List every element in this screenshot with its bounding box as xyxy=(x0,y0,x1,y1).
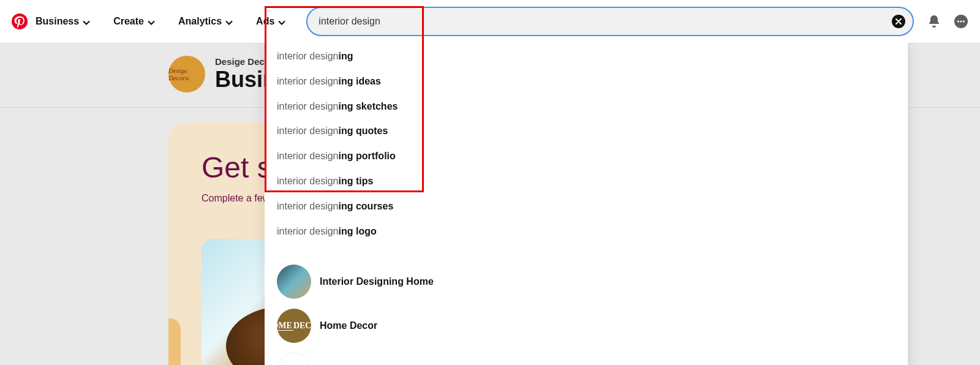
top-bar: Business Create Analytics Ads xyxy=(0,0,980,43)
primary-nav: Business Create Analytics Ads xyxy=(36,16,285,27)
chevron-down-icon xyxy=(225,18,233,25)
suggestion-prefix: interior design xyxy=(277,201,339,211)
search-suggestion[interactable]: interior designing courses xyxy=(265,194,908,219)
suggestion-prefix: interior design xyxy=(277,126,339,136)
pinterest-logo[interactable] xyxy=(11,13,28,30)
chevron-down-icon xyxy=(278,18,285,25)
suggestion-suffix: ing sketches xyxy=(339,101,398,111)
chevron-down-icon xyxy=(83,18,90,25)
suggestion-suffix: ing ideas xyxy=(339,76,381,86)
header-actions xyxy=(926,13,969,29)
nav-label: Ads xyxy=(256,16,274,27)
suggestion-suffix: ing xyxy=(339,51,353,61)
nav-analytics[interactable]: Analytics xyxy=(178,16,233,27)
bell-icon xyxy=(927,14,941,29)
suggestion-suffix: ing courses xyxy=(339,201,394,211)
search-suggestion[interactable]: interior designing xyxy=(265,44,908,69)
nav-label: Create xyxy=(113,16,144,27)
nav-business[interactable]: Business xyxy=(36,16,90,27)
search-input[interactable] xyxy=(318,16,882,27)
account-name: Home Decor xyxy=(320,320,377,331)
chevron-down-icon xyxy=(148,18,155,25)
account-avatar: INSIDER xyxy=(277,353,311,365)
search-suggestions-dropdown: interior designinginterior designing ide… xyxy=(265,37,908,365)
suggestion-prefix: interior design xyxy=(277,226,339,236)
suggestion-prefix: interior design xyxy=(277,151,339,161)
search-suggestion[interactable]: interior designing sketches xyxy=(265,94,908,119)
account-suggestion[interactable]: Interior Designing Home xyxy=(265,260,908,304)
clear-search-button[interactable] xyxy=(892,15,905,28)
search-suggestion[interactable]: interior designing tips xyxy=(265,169,908,194)
profile-avatar[interactable]: Desige Decora xyxy=(168,56,205,92)
account-avatar xyxy=(277,265,311,299)
search-box[interactable] xyxy=(306,7,914,36)
search-suggestion[interactable]: interior designing portfolio xyxy=(265,144,908,169)
nav-label: Analytics xyxy=(178,16,222,27)
nav-create[interactable]: Create xyxy=(113,16,155,27)
search-suggestion[interactable]: interior designing logo xyxy=(265,219,908,244)
account-name: Interior Designing Home xyxy=(320,276,434,287)
suggestion-prefix: interior design xyxy=(277,101,339,111)
suggestion-prefix: interior design xyxy=(277,176,339,186)
close-icon xyxy=(895,18,902,24)
svg-point-4 xyxy=(963,20,965,22)
messages-button[interactable] xyxy=(953,13,969,29)
account-suggestion[interactable]: HOMEDECORHome Decor xyxy=(265,304,908,348)
account-suggestion[interactable]: INSIDERDesign Insider - The inside track… xyxy=(265,348,908,365)
nav-ads[interactable]: Ads xyxy=(256,16,285,27)
svg-point-3 xyxy=(960,20,962,22)
search-suggestion[interactable]: interior designing quotes xyxy=(265,119,908,144)
suggestion-suffix: ing portfolio xyxy=(339,151,396,161)
suggestion-prefix: interior design xyxy=(277,51,339,61)
notifications-button[interactable] xyxy=(926,13,942,29)
suggestion-prefix: interior design xyxy=(277,76,339,86)
svg-point-2 xyxy=(957,20,959,22)
search-suggestion[interactable]: interior designing ideas xyxy=(265,69,908,94)
account-avatar: HOMEDECOR xyxy=(277,309,311,343)
chat-icon xyxy=(954,14,968,29)
suggestion-suffix: ing tips xyxy=(339,176,374,186)
nav-label: Business xyxy=(36,16,79,27)
suggestion-suffix: ing logo xyxy=(339,226,377,236)
search-container xyxy=(306,7,914,36)
suggestion-suffix: ing quotes xyxy=(339,126,388,136)
side-tab xyxy=(168,318,181,365)
